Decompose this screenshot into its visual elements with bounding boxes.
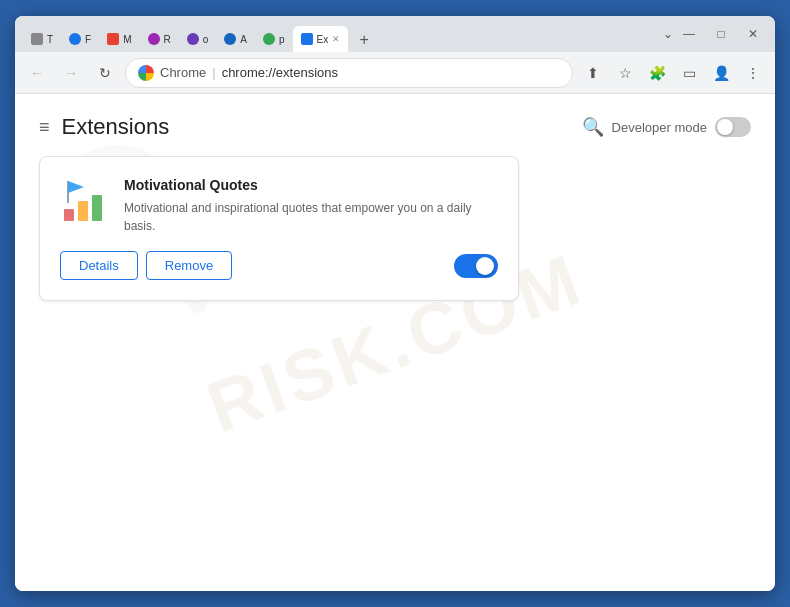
tab-a[interactable]: A — [216, 26, 255, 52]
dev-mode-label: Developer mode — [612, 120, 707, 135]
extension-description: Motivational and inspirational quotes th… — [124, 199, 498, 235]
tab-p-label: p — [279, 34, 285, 45]
dev-mode-toggle[interactable] — [715, 117, 751, 137]
new-tab-button[interactable]: + — [352, 28, 376, 52]
dev-mode-area: 🔍 Developer mode — [582, 116, 751, 138]
tab-ext-favicon — [301, 33, 313, 45]
tab-r-favicon — [148, 33, 160, 45]
tab-p[interactable]: p — [255, 26, 293, 52]
tab-close-icon[interactable]: ✕ — [332, 34, 340, 44]
tab-ext-label: Ex — [317, 34, 329, 45]
extension-toggle-knob — [476, 257, 494, 275]
card-top: Motivational Quotes Motivational and ins… — [60, 177, 498, 235]
menu-button[interactable]: ⋮ — [739, 59, 767, 87]
tab-t-label: T — [47, 34, 53, 45]
tab-t[interactable]: T — [23, 26, 61, 52]
back-button[interactable]: ← — [23, 59, 51, 87]
tab-f[interactable]: F — [61, 26, 99, 52]
details-button[interactable]: Details — [60, 251, 138, 280]
tab-m-label: M — [123, 34, 131, 45]
tab-a-favicon — [224, 33, 236, 45]
dev-mode-toggle-knob — [717, 119, 733, 135]
extensions-list: Motivational Quotes Motivational and ins… — [15, 156, 775, 301]
tab-o[interactable]: o — [179, 26, 217, 52]
address-bar[interactable]: Chrome | chrome://extensions — [125, 58, 573, 88]
bookmark-button[interactable]: ☆ — [611, 59, 639, 87]
share-button[interactable]: ⬆ — [579, 59, 607, 87]
reload-button[interactable]: ↻ — [91, 59, 119, 87]
search-icon[interactable]: 🔍 — [582, 116, 604, 138]
tab-r[interactable]: R — [140, 26, 179, 52]
account-button[interactable]: 👤 — [707, 59, 735, 87]
chevron-down-icon[interactable]: ⌄ — [663, 27, 673, 41]
tab-o-label: o — [203, 34, 209, 45]
minimize-button[interactable]: — — [679, 24, 699, 44]
extensions-button[interactable]: 🧩 — [643, 59, 671, 87]
browser-toolbar: ← → ↻ Chrome | chrome://extensions ⬆ ☆ 🧩… — [15, 52, 775, 94]
hamburger-menu-icon[interactable]: ≡ — [39, 117, 50, 138]
remove-button[interactable]: Remove — [146, 251, 232, 280]
tab-r-label: R — [164, 34, 171, 45]
tab-m[interactable]: M — [99, 26, 139, 52]
maximize-button[interactable]: □ — [711, 24, 731, 44]
extension-info: Motivational Quotes Motivational and ins… — [124, 177, 498, 235]
window-controls: — □ ✕ — [679, 24, 767, 44]
card-actions: Details Remove — [60, 251, 232, 280]
close-button[interactable]: ✕ — [743, 24, 763, 44]
chrome-logo-icon — [138, 65, 154, 81]
tab-p-favicon — [263, 33, 275, 45]
extension-icon — [60, 177, 108, 225]
browser-window: T F M R o A p — [15, 16, 775, 591]
tab-a-label: A — [240, 34, 247, 45]
svg-rect-4 — [92, 195, 102, 221]
browser-name: Chrome — [160, 65, 206, 80]
address-text: chrome://extensions — [222, 65, 338, 80]
extension-name: Motivational Quotes — [124, 177, 498, 193]
tab-f-label: F — [85, 34, 91, 45]
titlebar: T F M R o A p — [15, 16, 775, 52]
sidebar-button[interactable]: ▭ — [675, 59, 703, 87]
page-title: Extensions — [62, 114, 170, 140]
tab-t-favicon — [31, 33, 43, 45]
svg-rect-3 — [78, 201, 88, 221]
toolbar-actions: ⬆ ☆ 🧩 ▭ 👤 ⋮ — [579, 59, 767, 87]
tab-m-favicon — [107, 33, 119, 45]
svg-rect-2 — [64, 209, 74, 221]
card-bottom: Details Remove — [60, 251, 498, 280]
tab-extensions-active[interactable]: Ex ✕ — [293, 26, 349, 52]
extension-card: Motivational Quotes Motivational and ins… — [39, 156, 519, 301]
title-area: ≡ Extensions — [39, 114, 169, 140]
tab-f-favicon — [69, 33, 81, 45]
page-content: RISK.COM ≡ Extensions 🔍 Developer mode — [15, 94, 775, 591]
forward-button[interactable]: → — [57, 59, 85, 87]
tabs-area: T F M R o A p — [23, 16, 663, 52]
extensions-header: ≡ Extensions 🔍 Developer mode — [15, 94, 775, 156]
svg-marker-6 — [68, 181, 84, 193]
tab-o-favicon — [187, 33, 199, 45]
extension-enable-toggle[interactable] — [454, 254, 498, 278]
